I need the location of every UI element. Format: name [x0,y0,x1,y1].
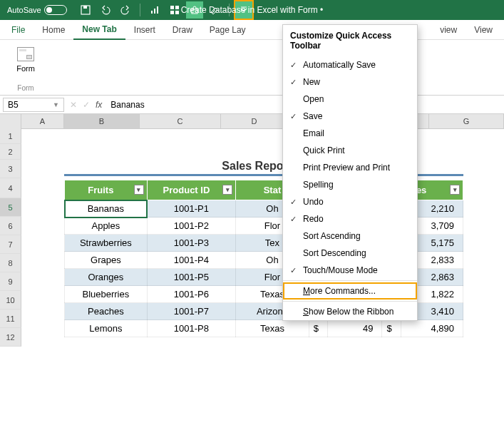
cell-pid[interactable]: 1001-P4 [147,252,235,269]
th-product-id[interactable]: Product ID▾ [147,180,235,200]
undo-icon[interactable] [97,1,114,19]
column-headers: A B C D E F G [0,114,504,129]
menu-item-new[interactable]: New [283,73,417,91]
formula-buttons: ✕ ✓ fx [67,100,105,110]
cell-fruit[interactable]: Oranges [65,269,148,286]
cell-value[interactable]: 4,890 [401,320,463,337]
spreadsheet-grid: A B C D E F G 1 2 3 4 5 6 7 8 9 10 11 12… [0,114,504,129]
col-header-b[interactable]: B [64,114,140,128]
cell-pid[interactable]: 1001-P1 [147,200,235,218]
col-header-d[interactable]: D [221,114,288,128]
menu-item-spelling[interactable]: Spelling [283,176,417,193]
cell-currency2[interactable]: $ [382,320,401,337]
cancel-formula-icon[interactable]: ✕ [70,100,77,110]
accept-formula-icon[interactable]: ✓ [83,100,90,110]
menu-item-email[interactable]: Email [283,125,417,142]
svg-rect-5 [170,6,174,9]
menu-item-redo[interactable]: Redo [283,210,417,227]
customize-qat-menu: Customize Quick Access Toolbar Automatic… [282,24,418,321]
svg-rect-1 [83,6,87,9]
row-header-2[interactable]: 2 [0,144,21,160]
row-header-8[interactable]: 8 [0,254,21,272]
svg-rect-7 [170,11,174,14]
svg-rect-2 [151,11,153,14]
filter-icon[interactable]: ▾ [222,185,232,195]
menu-item-print-preview-and-print[interactable]: Print Preview and Print [283,159,417,176]
cell-pid[interactable]: 1001-P2 [147,218,235,235]
row-header-12[interactable]: 12 [0,328,21,347]
cell-pid[interactable]: 1001-P6 [147,286,235,303]
form-button[interactable]: Form [11,43,40,77]
menu-separator [283,301,417,302]
cell-amount[interactable]: 49 [328,320,382,337]
tab-insert[interactable]: Insert [125,20,164,40]
th-fruits[interactable]: Fruits▾ [65,180,148,200]
cell-fruit[interactable]: Lemons [65,320,148,337]
row-headers: 1 2 3 4 5 6 7 8 9 10 11 12 [0,128,21,347]
filter-icon[interactable]: ▾ [450,185,460,195]
cell-fruit[interactable]: Peaches [65,303,148,320]
cell-pid[interactable]: 1001-P8 [147,320,235,337]
chevron-down-icon[interactable]: ▼ [53,101,59,108]
cell-pid[interactable]: 1001-P5 [147,269,235,286]
select-all-corner[interactable] [0,114,21,128]
svg-rect-6 [175,6,179,9]
cell-pid[interactable]: 1001-P7 [147,303,235,320]
row-header-9[interactable]: 9 [0,272,21,291]
menu-item-sort-ascending[interactable]: Sort Ascending [283,227,417,245]
formula-bar: B5 ▼ ✕ ✓ fx Bananas [0,96,504,114]
row-header-11[interactable]: 11 [0,309,21,328]
tab-draw[interactable]: Draw [164,20,201,40]
row-header-10[interactable]: 10 [0,291,21,309]
tab-view-partial[interactable]: view [431,20,466,40]
row-header-5[interactable]: 5 [0,198,21,217]
ribbon-tabs: File Home New Tab Insert Draw Page Lay v… [0,20,504,40]
ribbon: Form Form [0,40,504,96]
cell-fruit[interactable]: Bananas [65,200,148,218]
col-header-g[interactable]: G [429,114,504,128]
filter-icon[interactable]: ▾ [134,185,144,195]
autosave-toggle[interactable] [44,5,67,15]
tab-newtab[interactable]: New Tab [73,20,125,40]
svg-rect-3 [154,9,155,14]
row-header-7[interactable]: 7 [0,235,21,254]
tab-pagelayout[interactable]: Page Lay [201,20,254,40]
ribbon-group-form: Form Form [6,43,46,92]
menu-item-automatically-save[interactable]: Automatically Save [283,56,417,73]
row-header-1[interactable]: 1 [0,128,21,144]
form-icon [17,47,34,61]
menu-item-sort-descending[interactable]: Sort Descending [283,245,417,262]
row-header-4[interactable]: 4 [0,178,21,198]
name-box[interactable]: B5 ▼ [3,98,64,112]
cell-fruit[interactable]: Strawberries [65,235,148,252]
menu-item-touch/mouse-mode[interactable]: Touch/Mouse Mode [283,262,417,279]
menu-more-commands[interactable]: More Commands... [283,282,417,300]
cell-fruit[interactable]: Blueberries [65,286,148,303]
menu-item-open[interactable]: Open [283,91,417,108]
cell-stat[interactable]: Texas [236,320,309,337]
tab-view[interactable]: View [466,20,501,40]
chart-icon[interactable] [146,1,163,19]
cell-fruit[interactable]: Apples [65,218,148,235]
tab-file[interactable]: File [3,20,34,40]
menu-item-undo[interactable]: Undo [283,193,417,210]
menu-item-save[interactable]: Save [283,108,417,125]
table-row: Lemons1001-P8Texas$49$4,890 [65,320,463,337]
tab-home[interactable]: Home [34,20,73,40]
autosave[interactable]: AutoSave [3,5,71,15]
cell-currency[interactable]: $ [309,320,327,337]
col-header-c[interactable]: C [140,114,221,128]
row-header-6[interactable]: 6 [0,217,21,235]
ribbon-group-label: Form [17,84,34,92]
row-header-3[interactable]: 3 [0,160,21,178]
redo-icon[interactable] [117,1,134,19]
menu-item-quick-print[interactable]: Quick Print [283,142,417,159]
menu-show-below[interactable]: Show Below the Ribbon [283,303,417,320]
fx-icon[interactable]: fx [96,100,102,110]
cell-fruit[interactable]: Grapes [65,252,148,269]
cell-pid[interactable]: 1001-P3 [147,235,235,252]
save-icon[interactable] [77,1,94,19]
titlebar: AutoSave Create Database in Excel with F… [0,0,504,20]
col-header-a[interactable]: A [21,114,64,128]
document-title: Create Database in Excel with Form • [181,5,324,15]
